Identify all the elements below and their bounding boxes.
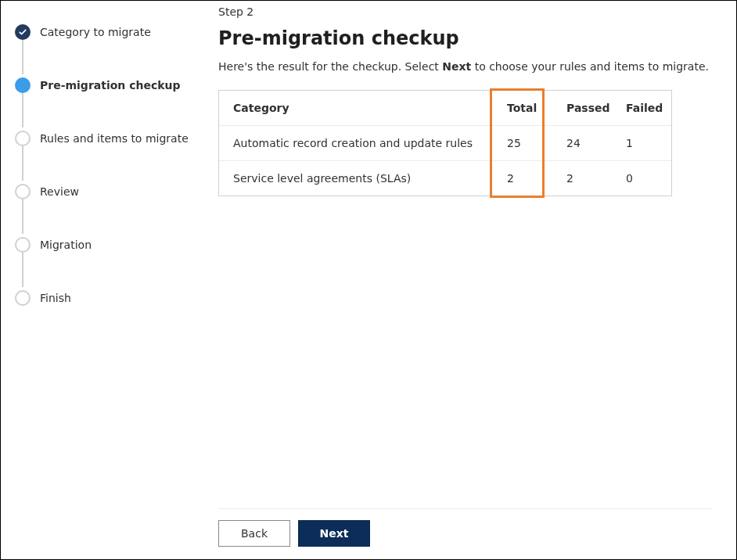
wizard-step-label: Review <box>40 185 79 198</box>
wizard-step[interactable]: Finish <box>15 271 203 325</box>
pending-step-icon <box>15 131 31 146</box>
wizard-steps-sidebar: Category to migrate Pre-migration checku… <box>1 1 203 559</box>
cell-category: Automatic record creation and update rul… <box>219 126 493 161</box>
wizard-step-label: Migration <box>40 239 92 251</box>
page-subtitle: Here's the result for the checkup. Selec… <box>218 60 713 73</box>
cell-passed: 2 <box>552 161 612 196</box>
cell-category: Service level agreements (SLAs) <box>219 161 493 196</box>
pending-step-icon <box>15 237 31 253</box>
wizard-step[interactable]: Rules and items to migrate <box>15 112 203 165</box>
cell-failed: 0 <box>612 161 671 196</box>
table-header-category: Category <box>219 91 493 126</box>
checkmark-icon <box>15 24 31 40</box>
wizard-step[interactable]: Category to migrate <box>15 5 203 59</box>
back-button[interactable]: Back <box>218 520 290 547</box>
step-indicator: Step 2 <box>218 5 713 18</box>
table-row: Automatic record creation and update rul… <box>219 126 671 161</box>
cell-total: 2 <box>493 161 552 196</box>
wizard-step-label: Finish <box>40 292 71 304</box>
wizard-step[interactable]: Pre-migration checkup <box>15 59 203 112</box>
wizard-step-label: Category to migrate <box>40 26 151 38</box>
cell-failed: 1 <box>612 126 671 161</box>
wizard-step[interactable]: Migration <box>15 218 203 271</box>
pending-step-icon <box>15 290 31 306</box>
pending-step-icon <box>15 184 31 199</box>
next-button[interactable]: Next <box>298 520 370 547</box>
current-step-icon <box>15 77 31 93</box>
main-content: Step 2 Pre-migration checkup Here's the … <box>203 1 736 559</box>
cell-passed: 24 <box>552 126 612 161</box>
wizard-step-label: Rules and items to migrate <box>40 132 189 145</box>
cell-total: 25 <box>493 126 552 161</box>
footer-actions: Back Next <box>218 508 713 547</box>
wizard-step[interactable]: Review <box>15 165 203 218</box>
table-header-total: Total <box>493 91 552 126</box>
wizard-step-label: Pre-migration checkup <box>40 79 181 92</box>
checkup-table: Category Total Passed Failed Automatic r… <box>218 90 672 196</box>
page-title: Pre-migration checkup <box>218 27 713 49</box>
table-header-failed: Failed <box>612 91 671 126</box>
table-row: Service level agreements (SLAs) 2 2 0 <box>219 161 671 196</box>
table-header-passed: Passed <box>552 91 612 126</box>
